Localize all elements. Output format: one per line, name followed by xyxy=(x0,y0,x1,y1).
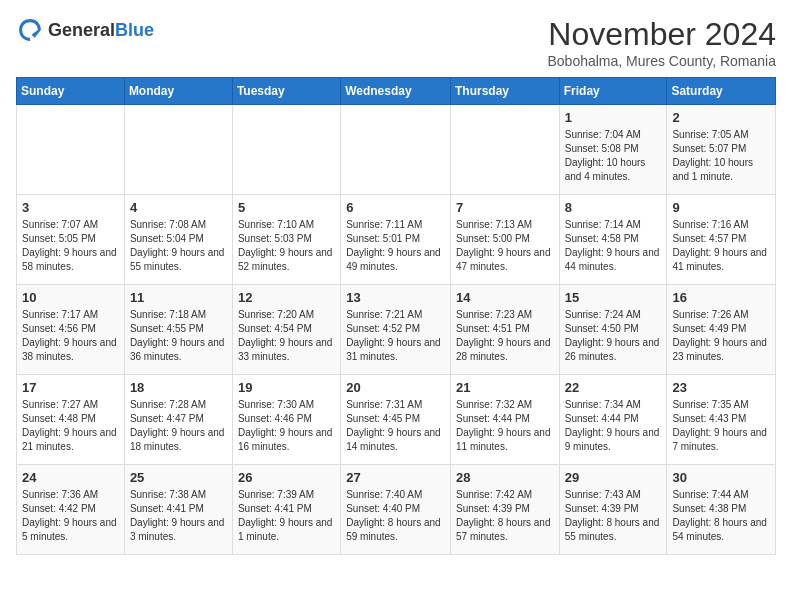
day-info: Sunrise: 7:05 AM Sunset: 5:07 PM Dayligh… xyxy=(672,128,770,184)
calendar-cell xyxy=(341,105,451,195)
day-info: Sunrise: 7:40 AM Sunset: 4:40 PM Dayligh… xyxy=(346,488,445,544)
calendar-cell: 14Sunrise: 7:23 AM Sunset: 4:51 PM Dayli… xyxy=(450,285,559,375)
logo: GeneralBlue xyxy=(16,16,154,44)
calendar-cell: 15Sunrise: 7:24 AM Sunset: 4:50 PM Dayli… xyxy=(559,285,667,375)
day-number: 30 xyxy=(672,470,770,485)
calendar-body: 1Sunrise: 7:04 AM Sunset: 5:08 PM Daylig… xyxy=(17,105,776,555)
day-info: Sunrise: 7:14 AM Sunset: 4:58 PM Dayligh… xyxy=(565,218,662,274)
day-number: 14 xyxy=(456,290,554,305)
header-row: Sunday Monday Tuesday Wednesday Thursday… xyxy=(17,78,776,105)
title-block: November 2024 Bobohalma, Mures County, R… xyxy=(547,16,776,69)
calendar-cell: 19Sunrise: 7:30 AM Sunset: 4:46 PM Dayli… xyxy=(232,375,340,465)
calendar-cell: 8Sunrise: 7:14 AM Sunset: 4:58 PM Daylig… xyxy=(559,195,667,285)
calendar-cell xyxy=(17,105,125,195)
day-info: Sunrise: 7:42 AM Sunset: 4:39 PM Dayligh… xyxy=(456,488,554,544)
day-info: Sunrise: 7:18 AM Sunset: 4:55 PM Dayligh… xyxy=(130,308,227,364)
calendar-week-3: 10Sunrise: 7:17 AM Sunset: 4:56 PM Dayli… xyxy=(17,285,776,375)
calendar-cell: 5Sunrise: 7:10 AM Sunset: 5:03 PM Daylig… xyxy=(232,195,340,285)
header-wednesday: Wednesday xyxy=(341,78,451,105)
page-container: GeneralBlue November 2024 Bobohalma, Mur… xyxy=(16,16,776,555)
calendar-cell: 17Sunrise: 7:27 AM Sunset: 4:48 PM Dayli… xyxy=(17,375,125,465)
day-info: Sunrise: 7:34 AM Sunset: 4:44 PM Dayligh… xyxy=(565,398,662,454)
day-info: Sunrise: 7:32 AM Sunset: 4:44 PM Dayligh… xyxy=(456,398,554,454)
day-info: Sunrise: 7:27 AM Sunset: 4:48 PM Dayligh… xyxy=(22,398,119,454)
day-info: Sunrise: 7:35 AM Sunset: 4:43 PM Dayligh… xyxy=(672,398,770,454)
day-info: Sunrise: 7:20 AM Sunset: 4:54 PM Dayligh… xyxy=(238,308,335,364)
day-number: 9 xyxy=(672,200,770,215)
calendar-cell: 21Sunrise: 7:32 AM Sunset: 4:44 PM Dayli… xyxy=(450,375,559,465)
day-number: 16 xyxy=(672,290,770,305)
day-info: Sunrise: 7:07 AM Sunset: 5:05 PM Dayligh… xyxy=(22,218,119,274)
calendar-cell: 4Sunrise: 7:08 AM Sunset: 5:04 PM Daylig… xyxy=(124,195,232,285)
calendar-cell: 26Sunrise: 7:39 AM Sunset: 4:41 PM Dayli… xyxy=(232,465,340,555)
calendar-cell: 12Sunrise: 7:20 AM Sunset: 4:54 PM Dayli… xyxy=(232,285,340,375)
header-saturday: Saturday xyxy=(667,78,776,105)
calendar-cell: 27Sunrise: 7:40 AM Sunset: 4:40 PM Dayli… xyxy=(341,465,451,555)
day-number: 20 xyxy=(346,380,445,395)
calendar-cell: 25Sunrise: 7:38 AM Sunset: 4:41 PM Dayli… xyxy=(124,465,232,555)
logo-text: GeneralBlue xyxy=(48,20,154,41)
day-info: Sunrise: 7:26 AM Sunset: 4:49 PM Dayligh… xyxy=(672,308,770,364)
day-info: Sunrise: 7:44 AM Sunset: 4:38 PM Dayligh… xyxy=(672,488,770,544)
day-number: 5 xyxy=(238,200,335,215)
header-tuesday: Tuesday xyxy=(232,78,340,105)
day-info: Sunrise: 7:16 AM Sunset: 4:57 PM Dayligh… xyxy=(672,218,770,274)
calendar-cell: 11Sunrise: 7:18 AM Sunset: 4:55 PM Dayli… xyxy=(124,285,232,375)
calendar-cell: 18Sunrise: 7:28 AM Sunset: 4:47 PM Dayli… xyxy=(124,375,232,465)
header-friday: Friday xyxy=(559,78,667,105)
calendar-cell: 1Sunrise: 7:04 AM Sunset: 5:08 PM Daylig… xyxy=(559,105,667,195)
calendar-week-1: 1Sunrise: 7:04 AM Sunset: 5:08 PM Daylig… xyxy=(17,105,776,195)
day-info: Sunrise: 7:38 AM Sunset: 4:41 PM Dayligh… xyxy=(130,488,227,544)
day-info: Sunrise: 7:04 AM Sunset: 5:08 PM Dayligh… xyxy=(565,128,662,184)
calendar-week-4: 17Sunrise: 7:27 AM Sunset: 4:48 PM Dayli… xyxy=(17,375,776,465)
day-number: 7 xyxy=(456,200,554,215)
calendar-week-2: 3Sunrise: 7:07 AM Sunset: 5:05 PM Daylig… xyxy=(17,195,776,285)
calendar-cell: 16Sunrise: 7:26 AM Sunset: 4:49 PM Dayli… xyxy=(667,285,776,375)
calendar-cell xyxy=(232,105,340,195)
day-number: 6 xyxy=(346,200,445,215)
day-number: 23 xyxy=(672,380,770,395)
header: GeneralBlue November 2024 Bobohalma, Mur… xyxy=(16,16,776,69)
day-info: Sunrise: 7:08 AM Sunset: 5:04 PM Dayligh… xyxy=(130,218,227,274)
day-info: Sunrise: 7:31 AM Sunset: 4:45 PM Dayligh… xyxy=(346,398,445,454)
header-monday: Monday xyxy=(124,78,232,105)
calendar-cell: 29Sunrise: 7:43 AM Sunset: 4:39 PM Dayli… xyxy=(559,465,667,555)
day-number: 17 xyxy=(22,380,119,395)
day-number: 2 xyxy=(672,110,770,125)
calendar-cell: 3Sunrise: 7:07 AM Sunset: 5:05 PM Daylig… xyxy=(17,195,125,285)
day-number: 25 xyxy=(130,470,227,485)
day-info: Sunrise: 7:36 AM Sunset: 4:42 PM Dayligh… xyxy=(22,488,119,544)
day-info: Sunrise: 7:13 AM Sunset: 5:00 PM Dayligh… xyxy=(456,218,554,274)
day-number: 27 xyxy=(346,470,445,485)
day-info: Sunrise: 7:39 AM Sunset: 4:41 PM Dayligh… xyxy=(238,488,335,544)
subtitle: Bobohalma, Mures County, Romania xyxy=(547,53,776,69)
logo-blue: Blue xyxy=(115,20,154,40)
day-info: Sunrise: 7:23 AM Sunset: 4:51 PM Dayligh… xyxy=(456,308,554,364)
calendar-header: Sunday Monday Tuesday Wednesday Thursday… xyxy=(17,78,776,105)
day-info: Sunrise: 7:21 AM Sunset: 4:52 PM Dayligh… xyxy=(346,308,445,364)
day-number: 21 xyxy=(456,380,554,395)
day-info: Sunrise: 7:30 AM Sunset: 4:46 PM Dayligh… xyxy=(238,398,335,454)
day-number: 18 xyxy=(130,380,227,395)
day-number: 15 xyxy=(565,290,662,305)
header-sunday: Sunday xyxy=(17,78,125,105)
calendar-cell: 9Sunrise: 7:16 AM Sunset: 4:57 PM Daylig… xyxy=(667,195,776,285)
calendar-cell: 24Sunrise: 7:36 AM Sunset: 4:42 PM Dayli… xyxy=(17,465,125,555)
calendar-cell: 10Sunrise: 7:17 AM Sunset: 4:56 PM Dayli… xyxy=(17,285,125,375)
calendar-cell xyxy=(450,105,559,195)
day-info: Sunrise: 7:11 AM Sunset: 5:01 PM Dayligh… xyxy=(346,218,445,274)
header-thursday: Thursday xyxy=(450,78,559,105)
calendar-week-5: 24Sunrise: 7:36 AM Sunset: 4:42 PM Dayli… xyxy=(17,465,776,555)
calendar-cell xyxy=(124,105,232,195)
day-number: 29 xyxy=(565,470,662,485)
calendar-cell: 22Sunrise: 7:34 AM Sunset: 4:44 PM Dayli… xyxy=(559,375,667,465)
day-number: 26 xyxy=(238,470,335,485)
calendar-cell: 28Sunrise: 7:42 AM Sunset: 4:39 PM Dayli… xyxy=(450,465,559,555)
day-info: Sunrise: 7:24 AM Sunset: 4:50 PM Dayligh… xyxy=(565,308,662,364)
day-number: 28 xyxy=(456,470,554,485)
day-info: Sunrise: 7:28 AM Sunset: 4:47 PM Dayligh… xyxy=(130,398,227,454)
day-number: 19 xyxy=(238,380,335,395)
calendar-cell: 6Sunrise: 7:11 AM Sunset: 5:01 PM Daylig… xyxy=(341,195,451,285)
day-number: 8 xyxy=(565,200,662,215)
logo-icon xyxy=(16,16,44,44)
